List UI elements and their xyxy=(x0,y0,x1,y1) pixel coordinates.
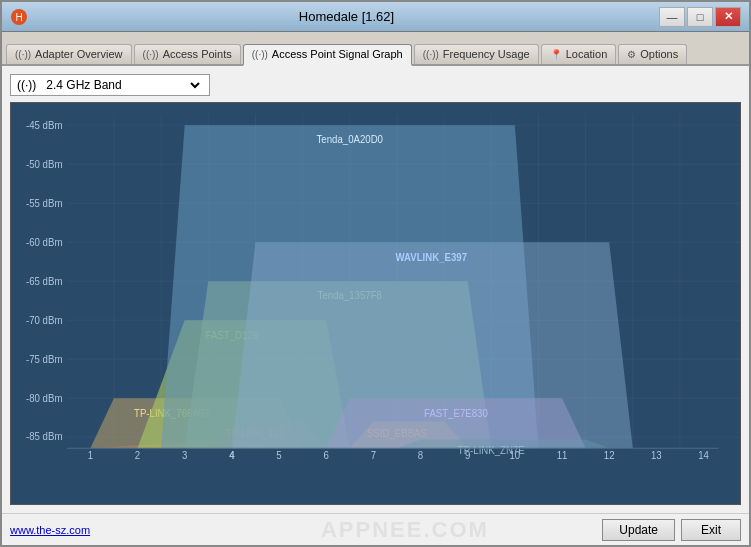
svg-text:2: 2 xyxy=(135,450,140,461)
svg-text:-65 dBm: -65 dBm xyxy=(26,275,62,286)
svg-text:11: 11 xyxy=(557,450,568,461)
svg-text:Tenda_0A20D0: Tenda_0A20D0 xyxy=(317,134,384,145)
svg-text:14: 14 xyxy=(698,450,709,461)
tab-adapter[interactable]: ((·)) Adapter Overview xyxy=(6,44,132,64)
watermark-text: APPNEE.COM xyxy=(207,517,602,543)
tab-location[interactable]: 📍 Location xyxy=(541,44,617,64)
freq-tab-icon: ((·)) xyxy=(423,49,439,60)
main-window: H Homedale [1.62] — □ ✕ ((·)) Adapter Ov… xyxy=(0,0,751,547)
svg-text:-45 dBm: -45 dBm xyxy=(26,119,62,130)
adapter-tab-icon: ((·)) xyxy=(15,49,31,60)
signal-tab-icon: ((·)) xyxy=(252,49,268,60)
svg-text:FAST_E7E830: FAST_E7E830 xyxy=(424,408,488,419)
tab-signal-graph[interactable]: ((·)) Access Point Signal Graph xyxy=(243,44,412,66)
svg-text:H: H xyxy=(15,12,22,23)
tab-access-points[interactable]: ((·)) Access Points xyxy=(134,44,241,64)
band-selector[interactable]: ((·)) 2.4 GHz Band 5 GHz Band xyxy=(10,74,210,96)
tab-access-points-label: Access Points xyxy=(163,48,232,60)
location-tab-icon: 📍 xyxy=(550,49,562,60)
tab-options-label: Options xyxy=(640,48,678,60)
svg-text:5: 5 xyxy=(276,450,282,461)
svg-text:12: 12 xyxy=(604,450,615,461)
tab-signal-graph-label: Access Point Signal Graph xyxy=(272,48,403,60)
svg-text:3: 3 xyxy=(182,450,188,461)
svg-text:4: 4 xyxy=(229,450,235,461)
signal-chart: -45 dBm -50 dBm -55 dBm -60 dBm -65 dBm … xyxy=(10,102,741,505)
tab-frequency[interactable]: ((·)) Frequency Usage xyxy=(414,44,539,64)
svg-text:-50 dBm: -50 dBm xyxy=(26,158,62,169)
tab-location-label: Location xyxy=(566,48,608,60)
svg-text:-75 dBm: -75 dBm xyxy=(26,353,62,364)
svg-text:-80 dBm: -80 dBm xyxy=(26,392,62,403)
svg-text:TP-LINK_ZN7E: TP-LINK_ZN7E xyxy=(458,445,525,456)
tab-frequency-label: Frequency Usage xyxy=(443,48,530,60)
options-tab-icon: ⚙ xyxy=(627,49,636,60)
exit-button[interactable]: Exit xyxy=(681,519,741,541)
tab-bar: ((·)) Adapter Overview ((·)) Access Poin… xyxy=(2,32,749,66)
svg-text:1: 1 xyxy=(88,450,93,461)
maximize-button[interactable]: □ xyxy=(687,7,713,27)
website-link[interactable]: www.the-sz.com xyxy=(10,524,207,536)
chart-svg: -45 dBm -50 dBm -55 dBm -60 dBm -65 dBm … xyxy=(11,103,740,504)
svg-text:8: 8 xyxy=(418,450,424,461)
band-dropdown[interactable]: 2.4 GHz Band 5 GHz Band xyxy=(42,77,203,93)
dropdown-row: ((·)) 2.4 GHz Band 5 GHz Band xyxy=(10,74,741,96)
svg-text:7: 7 xyxy=(371,450,376,461)
tab-adapter-label: Adapter Overview xyxy=(35,48,122,60)
app-icon: H xyxy=(10,8,28,26)
svg-text:6: 6 xyxy=(324,450,330,461)
close-button[interactable]: ✕ xyxy=(715,7,741,27)
window-controls: — □ ✕ xyxy=(659,7,741,27)
band-icon: ((·)) xyxy=(17,78,36,92)
svg-text:-85 dBm: -85 dBm xyxy=(26,431,62,442)
ap-tab-icon: ((·)) xyxy=(143,49,159,60)
window-title: Homedale [1.62] xyxy=(34,9,659,24)
update-button[interactable]: Update xyxy=(602,519,675,541)
svg-text:13: 13 xyxy=(651,450,662,461)
content-area: ((·)) 2.4 GHz Band 5 GHz Band xyxy=(2,66,749,513)
svg-text:-60 dBm: -60 dBm xyxy=(26,236,62,247)
title-bar: H Homedale [1.62] — □ ✕ xyxy=(2,2,749,32)
svg-text:WAVLINK_E397: WAVLINK_E397 xyxy=(395,252,467,263)
bottom-bar: www.the-sz.com APPNEE.COM Update Exit xyxy=(2,513,749,545)
svg-text:-70 dBm: -70 dBm xyxy=(26,314,62,325)
tab-options[interactable]: ⚙ Options xyxy=(618,44,687,64)
svg-text:-55 dBm: -55 dBm xyxy=(26,197,62,208)
minimize-button[interactable]: — xyxy=(659,7,685,27)
bottom-buttons: Update Exit xyxy=(602,519,741,541)
